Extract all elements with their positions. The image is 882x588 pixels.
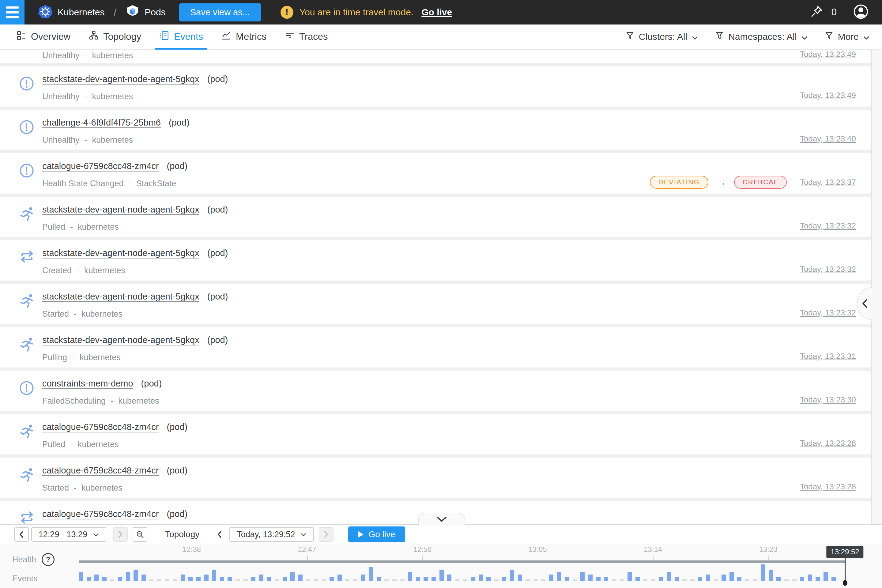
histogram-empty-slot[interactable]	[157, 579, 161, 581]
event-pod-link[interactable]: stackstate-dev-agent-node-agent-5gkqx	[42, 291, 200, 302]
histogram-bar[interactable]	[627, 572, 632, 581]
event-pod-link[interactable]: stackstate-dev-agent-node-agent-5gkqx	[42, 335, 200, 345]
histogram-bar[interactable]	[87, 577, 91, 581]
user-avatar-icon[interactable]	[853, 4, 868, 21]
pin-icon[interactable]	[810, 5, 823, 19]
histogram-empty-slot[interactable]	[236, 579, 240, 581]
histogram-bar[interactable]	[118, 577, 122, 581]
histogram-bar[interactable]	[557, 572, 561, 581]
histogram-empty-slot[interactable]	[714, 579, 718, 581]
event-row[interactable]: catalogue-6759c8cc48-zm4cr (pod) Pulled-…	[0, 414, 871, 454]
histogram-empty-slot[interactable]	[573, 579, 577, 581]
go-live-button[interactable]: Go live	[348, 526, 405, 542]
histogram-bar[interactable]	[141, 574, 146, 581]
histogram-bar[interactable]	[369, 567, 373, 581]
histogram-bar[interactable]	[251, 577, 255, 581]
breadcrumb-view[interactable]: Pods	[144, 7, 165, 18]
histogram-empty-slot[interactable]	[534, 579, 538, 581]
histogram-bar[interactable]	[769, 570, 773, 581]
namespaces-filter[interactable]: Namespaces: All	[715, 31, 808, 43]
event-timestamp-link[interactable]: Today, 13:23:32	[800, 221, 856, 231]
histogram-bar[interactable]	[204, 574, 208, 581]
histogram-bar[interactable]	[471, 577, 475, 581]
histogram-empty-slot[interactable]	[345, 579, 350, 581]
event-timestamp-link[interactable]: Today, 13:23:49	[800, 91, 856, 100]
histogram-bar[interactable]	[188, 577, 193, 581]
histogram-bar[interactable]	[94, 574, 99, 581]
health-timeline-bar[interactable]	[79, 560, 845, 563]
histogram-bar[interactable]	[737, 577, 741, 581]
previous-time-button[interactable]	[212, 527, 227, 542]
histogram-empty-slot[interactable]	[612, 579, 616, 581]
save-view-as-button[interactable]: Save view as...	[179, 3, 261, 21]
histogram-bar[interactable]	[706, 574, 710, 581]
event-row[interactable]: challenge-4-6f9fdf4f75-25bm6 (pod) Unhea…	[0, 110, 871, 150]
histogram-bar[interactable]	[283, 577, 287, 581]
tab-topology[interactable]: Topology	[84, 24, 146, 49]
histogram-bar[interactable]	[636, 577, 640, 581]
histogram-bar[interactable]	[659, 577, 663, 581]
event-row[interactable]: stackstate-dev-agent-node-agent-5gkqx (p…	[0, 284, 871, 324]
zoom-out-button[interactable]	[133, 527, 147, 542]
histogram-bar[interactable]	[824, 572, 828, 581]
histogram-empty-slot[interactable]	[784, 579, 789, 581]
histogram-empty-slot[interactable]	[792, 579, 796, 581]
time-range-select[interactable]: 12:29 - 13:29	[31, 527, 106, 542]
event-timestamp-link[interactable]: Today, 13:23:49	[800, 50, 856, 59]
histogram-bar[interactable]	[604, 577, 608, 581]
histogram-bar[interactable]	[267, 577, 271, 581]
event-pod-link[interactable]: stackstate-dev-agent-node-agent-5gkqx	[42, 205, 200, 214]
histogram-empty-slot[interactable]	[110, 579, 114, 581]
histogram-empty-slot[interactable]	[643, 579, 647, 581]
histogram-bar[interactable]	[416, 577, 420, 581]
event-pod-link[interactable]: catalogue-6759c8cc48-zm4cr	[42, 422, 159, 432]
event-pod-link[interactable]: stackstate-dev-agent-node-agent-5gkqx	[42, 74, 200, 84]
tab-overview[interactable]: Overview	[12, 24, 75, 49]
event-timestamp-link[interactable]: Today, 13:23:31	[800, 352, 856, 361]
histogram-empty-slot[interactable]	[620, 579, 624, 581]
help-icon[interactable]: ?	[42, 553, 54, 566]
histogram-empty-slot[interactable]	[463, 579, 467, 581]
event-pod-link[interactable]: catalogue-6759c8cc48-zm4cr	[42, 509, 159, 519]
histogram-empty-slot[interactable]	[306, 579, 310, 581]
histogram-bar[interactable]	[596, 577, 600, 581]
histogram-bar[interactable]	[588, 574, 592, 581]
histogram-bar[interactable]	[675, 577, 679, 581]
histogram-bar[interactable]	[376, 577, 381, 581]
clusters-filter[interactable]: Clusters: All	[626, 31, 698, 43]
histogram-bar[interactable]	[196, 577, 201, 581]
histogram-empty-slot[interactable]	[322, 579, 326, 581]
hamburger-menu-button[interactable]	[0, 0, 24, 24]
histogram-bar[interactable]	[800, 577, 804, 581]
tab-events[interactable]: Events	[155, 24, 207, 49]
histogram-bar[interactable]	[816, 577, 820, 581]
histogram-bar[interactable]	[102, 577, 106, 581]
histogram-bar[interactable]	[423, 577, 428, 581]
event-pod-link[interactable]: catalogue-6759c8cc48-zm4cr	[42, 161, 159, 171]
histogram-empty-slot[interactable]	[243, 579, 248, 581]
histogram-empty-slot[interactable]	[753, 579, 758, 581]
histogram-empty-slot[interactable]	[314, 579, 318, 581]
event-timestamp-link[interactable]: Today, 13:23:28	[800, 482, 856, 492]
histogram-empty-slot[interactable]	[400, 579, 405, 581]
event-timestamp-link[interactable]: Today, 13:23:28	[800, 438, 856, 448]
histogram-bar[interactable]	[722, 574, 726, 581]
histogram-bar[interactable]	[440, 570, 444, 581]
histogram-bar[interactable]	[338, 574, 342, 581]
expand-list-button[interactable]	[418, 513, 465, 525]
histogram-empty-slot[interactable]	[682, 579, 687, 581]
histogram-bar[interactable]	[580, 572, 585, 581]
histogram-empty-slot[interactable]	[455, 579, 459, 581]
event-pod-link[interactable]: stackstate-dev-agent-node-agent-5gkqx	[42, 248, 200, 258]
event-row[interactable]: catalogue-6759c8cc48-zm4cr (pod) Health …	[0, 153, 871, 194]
histogram-bar[interactable]	[79, 572, 83, 581]
breadcrumb-app[interactable]: Kubernetes	[58, 7, 104, 18]
event-row[interactable]: stackstate-dev-agent-node-agent-5gkqx (p…	[0, 196, 871, 237]
histogram-bar[interactable]	[228, 577, 232, 581]
histogram-bar[interactable]	[776, 577, 781, 581]
event-timestamp-link[interactable]: Today, 13:23:30	[800, 395, 856, 405]
histogram-empty-slot[interactable]	[384, 579, 388, 581]
timeline[interactable]: Health ? Events 12:3812:4712:5613:0513:1…	[0, 544, 882, 588]
histogram-bar[interactable]	[518, 574, 522, 581]
histogram-bar[interactable]	[181, 574, 185, 581]
